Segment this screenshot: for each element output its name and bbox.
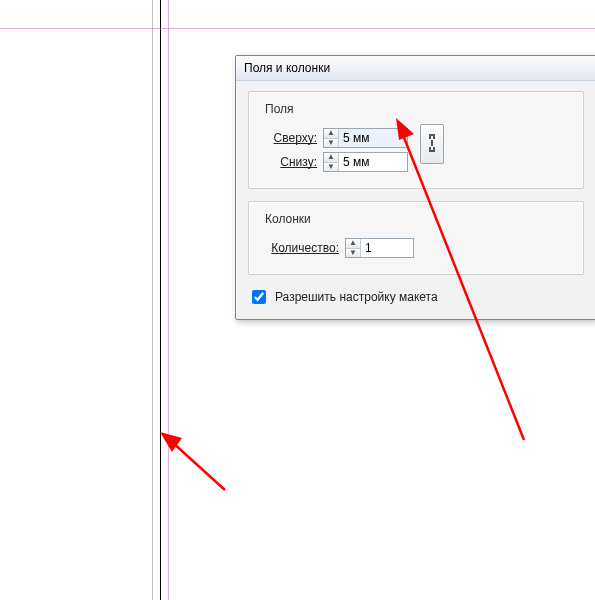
margins-legend: Поля	[261, 102, 298, 116]
margin-bottom-step-down[interactable]: ▼	[324, 163, 338, 172]
margin-guide-top	[0, 28, 595, 29]
margin-bottom-label: Снизу:	[259, 155, 317, 169]
dialog-titlebar[interactable]: Поля и колонки	[236, 56, 595, 81]
margins-columns-dialog: Поля и колонки Поля Сверху: ▲ ▼	[235, 55, 595, 320]
margin-bottom-spinner[interactable]: ▲ ▼	[323, 152, 408, 172]
margin-guide-left	[168, 0, 169, 600]
svg-rect-0	[431, 140, 433, 146]
svg-marker-4	[160, 432, 182, 452]
page-edge	[160, 0, 161, 600]
allow-layout-label: Разрешить настройку макета	[275, 290, 438, 304]
margin-bottom-input[interactable]	[339, 153, 407, 171]
columns-legend: Колонки	[261, 212, 315, 226]
svg-line-3	[172, 442, 225, 490]
margin-top-input[interactable]	[339, 129, 407, 147]
columns-group: Колонки Количество: ▲ ▼	[248, 201, 584, 275]
margins-group: Поля Сверху: ▲ ▼	[248, 91, 584, 189]
margin-top-step-down[interactable]: ▼	[324, 139, 338, 148]
columns-count-input[interactable]	[361, 239, 413, 257]
margin-top-spinner[interactable]: ▲ ▼	[323, 128, 408, 148]
allow-layout-checkbox[interactable]	[252, 290, 266, 304]
link-icon	[426, 132, 438, 157]
columns-count-label: Количество:	[259, 241, 339, 255]
link-margins-button[interactable]	[420, 124, 444, 164]
bleed-guide	[152, 0, 153, 600]
dialog-title: Поля и колонки	[244, 61, 330, 75]
columns-count-spinner[interactable]: ▲ ▼	[345, 238, 414, 258]
margin-top-label: Сверху:	[259, 131, 317, 145]
columns-count-step-down[interactable]: ▼	[346, 249, 360, 258]
